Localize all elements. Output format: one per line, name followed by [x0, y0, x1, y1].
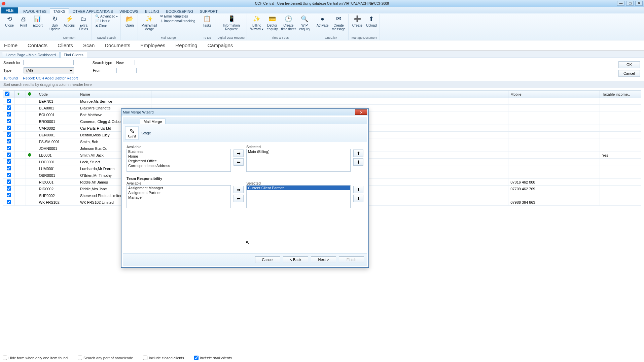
col-Code[interactable]: Code [37, 91, 78, 98]
ribbon-actions[interactable]: ⚡Actions [62, 14, 76, 28]
ribbon-debtor-enquiry[interactable]: 💳Debtorenquiry [265, 14, 279, 32]
col-0[interactable] [3, 91, 15, 98]
ribbon-open[interactable]: 📂Open [123, 14, 136, 28]
row-checkbox[interactable] [7, 105, 11, 110]
opt-closed[interactable]: Include closed clients [143, 356, 184, 360]
ribbon-bulk-update[interactable]: ↻BulkUpdate [48, 14, 62, 32]
menu-tab-tasks[interactable]: TASKS [50, 8, 69, 14]
pagetab-home-page-main-dashboard[interactable]: Home Page - Main Dashboard [2, 52, 60, 58]
row-checkbox[interactable] [7, 200, 11, 204]
ribbon-export[interactable]: 📊Export [31, 14, 44, 28]
ribbon-extra-fields[interactable]: 🗂ExtraFields [77, 14, 90, 32]
move-right-2[interactable]: ➡ [234, 186, 244, 193]
row-checkbox[interactable] [7, 126, 11, 130]
ribbon-close[interactable]: ⟲Close [3, 14, 16, 28]
opt-draft[interactable]: Include draft clients [194, 356, 232, 360]
minimize-button[interactable]: — [617, 1, 624, 6]
row-checkbox[interactable] [7, 179, 11, 184]
ribbon-create-message[interactable]: ✉Createmessage [330, 14, 347, 32]
menu-tab-bookkeeping[interactable]: BOOKKEEPING [163, 9, 196, 14]
col-2[interactable] [26, 91, 37, 98]
row-checkbox[interactable] [7, 139, 11, 143]
nav-documents[interactable]: Documents [105, 42, 130, 48]
ribbon-tasks[interactable]: 📋Tasks [200, 14, 214, 28]
nav-scan[interactable]: Scan [83, 42, 95, 48]
opt-hide[interactable]: Hide form when only one item found [3, 356, 68, 360]
nav-contacts[interactable]: Contacts [28, 42, 47, 48]
ribbon-clear[interactable]: ✖ Clear [94, 24, 119, 28]
wizard-back-button[interactable]: < Back [283, 256, 308, 263]
ribbon-information-request[interactable]: 📱InformationRequest [222, 14, 241, 32]
move-down-2[interactable]: ⬇ [353, 195, 363, 202]
list-item[interactable]: Current Client Partner [247, 186, 350, 190]
list-item[interactable]: Assignment Manager [127, 186, 230, 190]
wizard-finish-button[interactable]: Finish [339, 256, 364, 263]
move-up-2[interactable]: ⬆ [353, 186, 363, 193]
row-checkbox[interactable] [7, 186, 11, 191]
col-5[interactable] [151, 91, 508, 98]
available-list-2[interactable]: Assignment ManagerAssignment PartnerMana… [127, 185, 231, 208]
col-1[interactable]: ★ [15, 91, 26, 98]
menu-tab-other-applications[interactable]: OTHER APPLICATIONS [69, 9, 116, 14]
move-right-1[interactable]: ➡ [234, 150, 244, 157]
list-item[interactable]: Manager [127, 195, 230, 200]
wizard-cancel-button[interactable]: Cancel [255, 256, 280, 263]
report-name[interactable]: CCH Aged Debtor Report [36, 76, 78, 80]
list-item[interactable]: Main (Billing) [247, 149, 350, 154]
searchtype-input[interactable] [115, 60, 135, 65]
move-down-1[interactable]: ⬇ [353, 158, 363, 166]
list-item[interactable]: Correspondence Address [127, 163, 230, 168]
wizard-close-button[interactable]: ✕ [355, 109, 367, 115]
row-checkbox[interactable] [7, 166, 11, 170]
nav-employees[interactable]: Employees [140, 42, 165, 48]
ok-button[interactable]: OK [618, 61, 640, 68]
ribbon-upload[interactable]: ⬆Upload [365, 14, 378, 28]
row-checkbox[interactable] [7, 193, 11, 197]
list-item[interactable]: Registered Office [127, 159, 230, 163]
close-button[interactable]: ✕ [635, 1, 643, 6]
ribbon-wip-enquiry[interactable]: 🔍WIPenquiry [298, 14, 312, 32]
wizard-next-button[interactable]: Next > [311, 256, 336, 263]
nav-reporting[interactable]: Reporting [175, 42, 197, 48]
move-left-2[interactable]: ⬅ [234, 195, 244, 202]
wizard-tab-mailmerge[interactable]: Mail Merge [140, 119, 166, 124]
ribbon-import-email-tracking[interactable]: ⇩ Import email tracking [159, 19, 196, 23]
opt-anypart[interactable]: Search any part of name/code [78, 356, 133, 360]
move-up-1[interactable]: ⬆ [353, 150, 363, 157]
select-all-checkbox[interactable] [5, 92, 9, 96]
col-Name[interactable]: Name [78, 91, 151, 98]
col-Mobile[interactable]: Mobile [508, 91, 600, 98]
searchfor-input[interactable] [23, 60, 74, 65]
ribbon-email-templates[interactable]: ✉ Email templates [159, 14, 196, 19]
row-checkbox[interactable] [7, 173, 11, 177]
selected-list-1[interactable]: Main (Billing) [246, 149, 351, 172]
ribbon-activate[interactable]: ●Activate [315, 14, 330, 28]
menu-tab-support[interactable]: SUPPORT [196, 9, 221, 14]
ribbon-mail-email-merge[interactable]: ✨Mail/EmailMerge [140, 14, 158, 32]
row-checkbox[interactable] [7, 112, 11, 117]
list-item[interactable]: Assignment Partner [127, 190, 230, 195]
row-checkbox[interactable] [7, 132, 11, 137]
nav-home[interactable]: Home [4, 42, 17, 48]
menu-tab-billing[interactable]: BILLING [142, 9, 163, 14]
available-list-1[interactable]: BusinessHomeRegistered OfficeCorresponde… [127, 149, 231, 172]
ribbon-create-timesheet[interactable]: 🕒Createtimesheet [280, 14, 297, 32]
maximize-button[interactable]: ▢ [626, 1, 634, 6]
nav-clients[interactable]: Clients [58, 42, 73, 48]
row-checkbox[interactable] [7, 99, 11, 103]
list-item[interactable]: Business [127, 149, 230, 154]
list-item[interactable]: Home [127, 154, 230, 159]
selected-list-2[interactable]: Current Client Partner [246, 185, 351, 208]
ribbon-print[interactable]: 🖨Print [17, 14, 30, 28]
file-tab[interactable]: FILE [1, 7, 18, 13]
wizard-titlebar[interactable]: Mail Merge Wizard ✕ [121, 109, 368, 116]
pagetab-find-clients[interactable]: Find Clients [60, 52, 87, 58]
menu-tab-favourites[interactable]: FAVOURITES [20, 9, 50, 14]
move-left-1[interactable]: ⬅ [234, 158, 244, 166]
table-row[interactable]: BERN01Monroe,Ms Bernice [3, 98, 641, 105]
col-Taxable income..[interactable]: Taxable income.. [600, 91, 641, 98]
ribbon-advanced-[interactable]: 🔍 Advanced ▾ [94, 14, 119, 19]
ribbon-billing-wizard-[interactable]: ✨BillingWizard ▾ [249, 14, 265, 32]
type-select[interactable]: (All) [24, 67, 74, 73]
row-checkbox[interactable] [7, 119, 11, 123]
